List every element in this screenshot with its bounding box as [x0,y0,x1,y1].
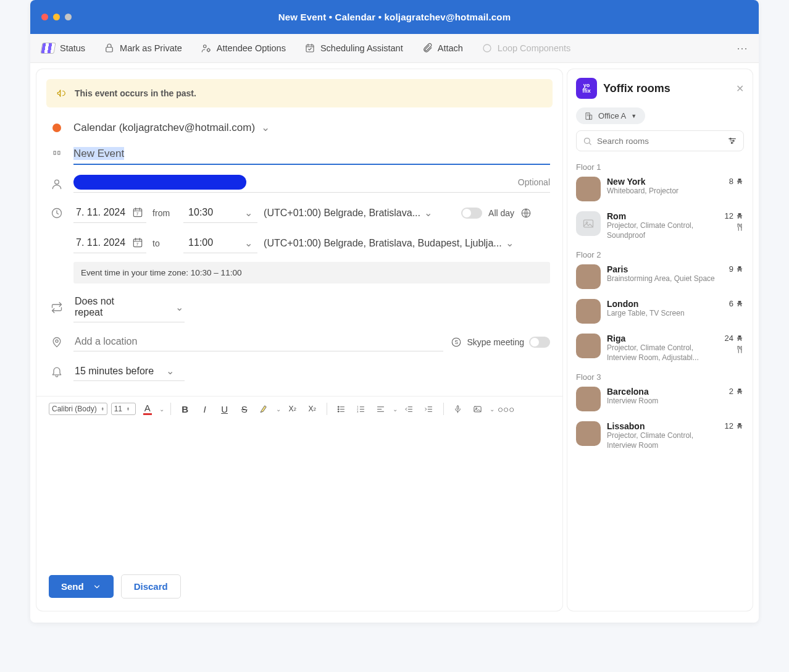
event-description-editor[interactable] [36,421,562,557]
close-window-icon[interactable] [41,14,48,20]
chevron-down-icon[interactable]: ⌄ [490,406,495,413]
start-time-picker[interactable]: 10:30 ⌄ [183,203,257,223]
svg-point-17 [338,411,339,412]
superscript-button[interactable]: X2 [285,401,301,416]
dictate-button[interactable] [450,401,466,416]
start-date-picker[interactable]: 7. 11. 2024 7 [73,203,146,223]
globe-icon[interactable] [520,208,532,219]
align-button[interactable] [373,401,389,416]
svg-point-1 [203,45,206,48]
repeat-select[interactable]: Does not repeat ⌄ [73,292,185,322]
close-panel-button[interactable]: ✕ [736,83,744,94]
room-item[interactable]: LondonLarge Table, TV Screen6 [576,299,744,324]
room-meta: Interview Room [607,397,723,406]
start-timezone-select[interactable]: (UTC+01:00) Belgrade, Bratislava...⌄ [264,207,455,219]
chevron-down-icon[interactable]: ⌄ [276,406,281,413]
filter-icon[interactable] [727,136,737,146]
indent-button[interactable] [421,401,437,416]
room-thumb [576,334,601,358]
svg-rect-24 [586,112,590,119]
ribbon-status[interactable]: Status [41,43,85,54]
svg-point-23 [476,408,477,409]
svg-rect-25 [590,115,592,119]
seat-icon [735,265,744,274]
room-capacity: 24 [725,334,744,343]
room-capacity: 12 [725,211,744,220]
chevron-down-icon[interactable]: ⌄ [393,406,398,413]
end-date-picker[interactable]: 7. 11. 2024 7 [73,233,146,253]
all-day-toggle[interactable] [461,208,482,219]
seat-icon [735,387,744,396]
chevron-down-icon[interactable]: ⌄ [159,406,164,413]
outdent-button[interactable] [401,401,417,416]
catering-icon [735,345,744,354]
calendar-icon: 7 [132,237,144,249]
room-item[interactable]: ParisBrainstorming Area, Quiet Space9 [576,264,744,289]
floor-label: Floor 2 [576,250,744,259]
svg-point-26 [585,138,590,143]
room-name: New York [607,177,723,187]
from-label: from [152,208,177,218]
attendee-chip[interactable] [73,175,246,190]
skype-toggle[interactable] [529,337,550,348]
end-timezone-select[interactable]: (UTC+01:00) Belgrade, Bratislava, Budape… [264,237,523,249]
room-item[interactable]: BarcelonaInterview Room2 [576,387,744,411]
room-item[interactable]: LissabonProjector, Climate Control, Inte… [576,421,744,450]
bulleted-list-button[interactable] [333,401,349,416]
end-time-picker[interactable]: 11:00 ⌄ [183,233,257,253]
room-capacity: 9 [729,264,744,274]
side-panel-title: Yoffix rooms [603,82,670,95]
chevron-down-icon: ⌄ [166,365,174,377]
location-input[interactable] [73,332,443,351]
discard-button[interactable]: Discard [121,574,181,598]
ribbon-status-label: Status [60,43,85,53]
room-item[interactable]: RigaProjector, Climate Control, Intervie… [576,334,744,363]
ribbon-more[interactable]: ⋯ [737,41,748,55]
room-name: Paris [607,264,723,274]
underline-button[interactable]: U [217,401,233,416]
calendar-select[interactable]: Calendar (koljagratchev@hotmail.com) ⌄ [73,121,550,134]
insert-picture-button[interactable] [470,401,486,416]
ribbon-scheduling-assistant[interactable]: Scheduling Assistant [304,43,403,54]
floor-label: Floor 1 [576,162,744,172]
seat-icon [735,212,744,220]
lock-icon [104,43,115,54]
strike-button[interactable]: S [236,401,253,416]
subscript-button[interactable]: X2 [304,401,320,416]
reminder-select[interactable]: 15 minutes before ⌄ [73,361,185,381]
room-meta: Whiteboard, Projector [607,187,723,196]
ribbon-attendee-label: Attendee Options [217,43,286,53]
chevron-down-icon: ⌄ [244,207,253,219]
room-item[interactable]: New YorkWhiteboard, Projector8 [576,177,744,201]
font-color-button[interactable]: A [140,401,156,416]
room-search[interactable] [576,130,744,151]
room-item[interactable]: RomProjector, Climate Control, Soundproo… [576,211,744,240]
minimize-window-icon[interactable] [53,14,60,20]
bold-button[interactable]: B [177,401,193,416]
event-form: This event occurs in the past. Calendar … [36,69,562,611]
font-size-select[interactable]: 11▲▼ [111,403,136,415]
optional-attendees-link[interactable]: Optional [518,177,550,187]
italic-button[interactable]: I [197,401,213,416]
floor-label: Floor 3 [576,372,744,382]
window-controls [41,14,72,20]
send-button[interactable]: Send [49,575,114,598]
highlight-button[interactable] [256,401,272,416]
event-title-input[interactable]: New Event [73,144,550,165]
ribbon-attendee-options[interactable]: Attendee Options [201,43,286,54]
room-meta: Projector, Climate Control, Interview Ro… [607,431,719,450]
font-family-select[interactable]: Calibri (Body)▲▼ [49,403,107,415]
building-select[interactable]: Office A ▼ [576,107,645,124]
maximize-window-icon[interactable] [65,14,72,20]
ribbon-attach[interactable]: Attach [422,43,463,54]
loop-icon [482,43,493,54]
location-pin-icon [51,336,63,348]
ribbon-mark-private[interactable]: Mark as Private [104,43,182,54]
numbered-list-button[interactable]: 123 [353,401,369,416]
notice-text: This event occurs in the past. [75,88,196,98]
room-search-input[interactable] [597,136,722,146]
svg-point-4 [483,44,491,52]
ribbon-loop-components[interactable]: Loop Components [482,43,571,54]
more-formatting-button[interactable]: ○○○ [498,401,514,416]
svg-text:3: 3 [357,410,358,413]
